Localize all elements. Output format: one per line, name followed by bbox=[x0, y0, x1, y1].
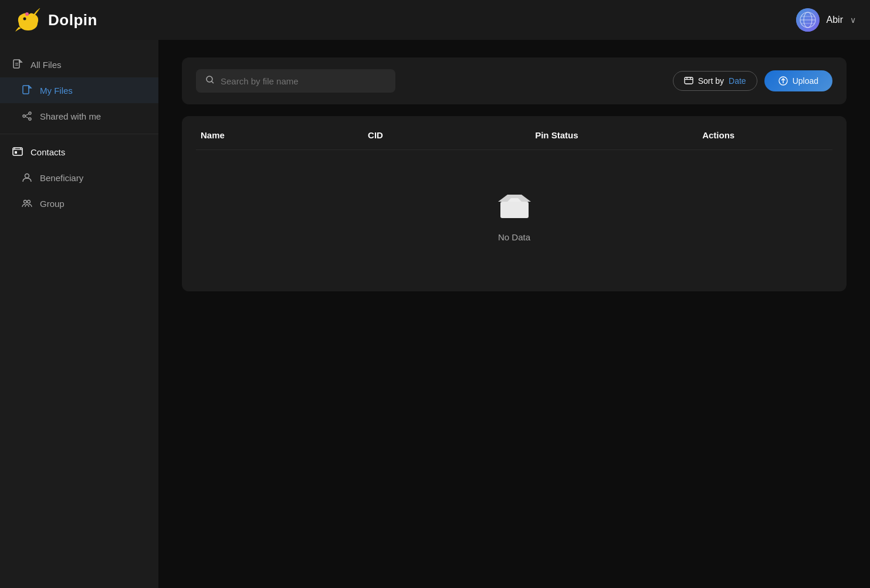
svg-point-1 bbox=[23, 18, 26, 21]
table-header: Name CID Pin Status Actions bbox=[196, 130, 832, 150]
layout: All Files My Files bbox=[0, 40, 870, 588]
svg-point-14 bbox=[29, 118, 31, 120]
column-actions: Actions bbox=[702, 130, 828, 140]
search-input[interactable] bbox=[221, 76, 386, 86]
sidebar-label-contacts: Contacts bbox=[31, 147, 65, 157]
person-icon bbox=[21, 172, 33, 183]
sidebar-divider bbox=[0, 134, 158, 134]
toolbar: Sort by Date Upload bbox=[182, 57, 847, 104]
user-name: Abir bbox=[827, 15, 843, 25]
contacts-icon bbox=[12, 146, 23, 158]
logo-area: Dolpin bbox=[14, 6, 97, 34]
main-content: Sort by Date Upload Name CID Pin Status bbox=[158, 40, 870, 588]
column-pin-status: Pin Status bbox=[535, 130, 702, 140]
sidebar-item-shared-with-me[interactable]: Shared with me bbox=[0, 103, 158, 129]
svg-line-27 bbox=[212, 81, 214, 84]
svg-point-15 bbox=[23, 115, 25, 117]
upload-label: Upload bbox=[793, 76, 818, 86]
sidebar-item-my-files[interactable]: My Files bbox=[0, 77, 158, 103]
sidebar-label-beneficiary: Beneficiary bbox=[40, 173, 83, 183]
svg-point-2 bbox=[25, 12, 29, 16]
svg-line-17 bbox=[25, 117, 29, 118]
file-icon bbox=[12, 59, 23, 70]
svg-rect-12 bbox=[23, 86, 29, 94]
logo-text: Dolpin bbox=[48, 11, 97, 29]
svg-point-13 bbox=[29, 112, 31, 114]
svg-line-16 bbox=[25, 114, 29, 115]
sidebar-item-all-files[interactable]: All Files bbox=[0, 52, 158, 77]
sort-label: Sort by bbox=[698, 76, 724, 86]
sidebar-label-shared-with-me: Shared with me bbox=[40, 111, 101, 121]
svg-rect-28 bbox=[685, 77, 693, 84]
svg-point-23 bbox=[25, 174, 29, 178]
sidebar-item-contacts[interactable]: Contacts bbox=[0, 139, 158, 165]
logo-icon bbox=[14, 6, 42, 34]
my-file-icon bbox=[21, 84, 33, 96]
search-icon bbox=[205, 75, 215, 87]
sort-by-date-button[interactable]: Sort by Date bbox=[673, 71, 757, 91]
chevron-down-icon[interactable]: ∨ bbox=[850, 15, 856, 25]
column-cid: CID bbox=[368, 130, 535, 140]
avatar bbox=[796, 8, 820, 32]
sidebar-label-group: Group bbox=[40, 199, 65, 209]
no-data-text: No Data bbox=[498, 232, 530, 242]
column-name: Name bbox=[201, 130, 368, 140]
svg-point-24 bbox=[24, 200, 27, 203]
upload-button[interactable]: Upload bbox=[764, 70, 832, 91]
svg-rect-22 bbox=[15, 151, 17, 154]
sidebar-label-my-files: My Files bbox=[40, 86, 73, 96]
group-icon bbox=[21, 198, 33, 209]
table-container: Name CID Pin Status Actions No Data bbox=[182, 116, 847, 291]
svg-rect-9 bbox=[13, 60, 19, 68]
svg-point-25 bbox=[28, 200, 31, 203]
sidebar: All Files My Files bbox=[0, 40, 158, 588]
sidebar-label-all-files: All Files bbox=[31, 60, 62, 70]
share-icon bbox=[21, 110, 33, 122]
sort-date-value: Date bbox=[729, 76, 746, 86]
sidebar-item-beneficiary[interactable]: Beneficiary bbox=[0, 165, 158, 191]
header-right: Abir ∨ bbox=[796, 8, 856, 32]
app-header: Dolpin Abir ∨ bbox=[0, 0, 870, 40]
search-area bbox=[196, 69, 395, 93]
svg-rect-34 bbox=[500, 202, 529, 218]
no-data-area: No Data bbox=[196, 150, 832, 277]
no-data-icon bbox=[496, 185, 533, 223]
sidebar-item-group[interactable]: Group bbox=[0, 191, 158, 216]
toolbar-right: Sort by Date Upload bbox=[673, 70, 832, 91]
